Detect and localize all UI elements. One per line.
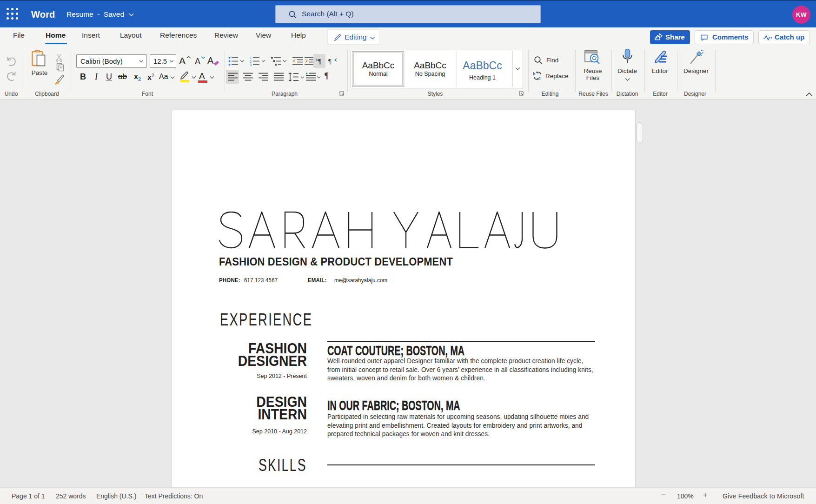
svg-text:b: b <box>533 72 536 76</box>
svg-text:¶: ¶ <box>318 58 321 65</box>
svg-text:2: 2 <box>250 60 252 63</box>
svg-text:c: c <box>538 76 541 80</box>
svg-text:1: 1 <box>250 56 252 60</box>
svg-text:3: 3 <box>250 63 252 66</box>
svg-text:¶: ¶ <box>328 58 332 65</box>
